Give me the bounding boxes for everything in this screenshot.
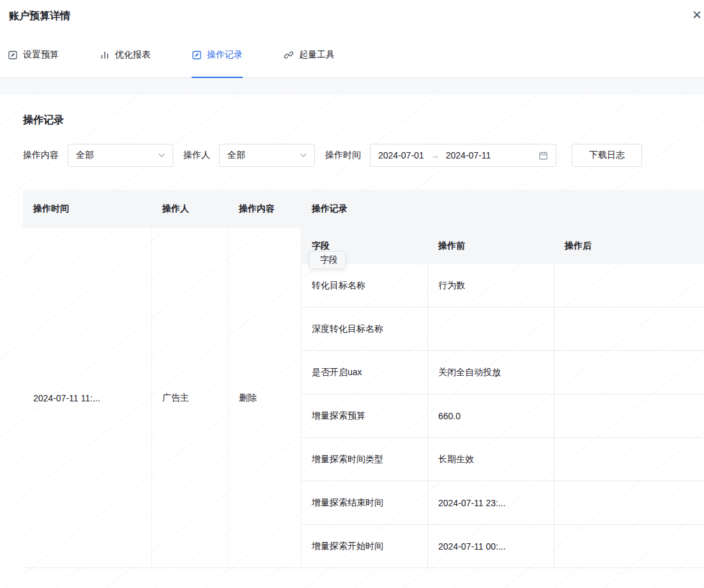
section-title: 操作记录 bbox=[0, 95, 704, 127]
before-cell: 660.0 bbox=[428, 394, 555, 438]
bar-chart-icon bbox=[100, 50, 110, 60]
tab-operation-log[interactable]: 操作记录 bbox=[192, 32, 243, 77]
cell-operation-time: 2024-07-11 11:... bbox=[23, 228, 152, 568]
end-date: 2024-07-11 bbox=[446, 150, 491, 160]
nested-col-before: 操作前 bbox=[428, 240, 555, 252]
field-cell: 增量探索预算 bbox=[302, 394, 428, 438]
operation-content-select[interactable]: 全部 bbox=[68, 144, 173, 167]
cell-operation-content: 删除 bbox=[229, 228, 302, 568]
modal-header: 账户预算详情 ✕ bbox=[0, 0, 704, 32]
start-date: 2024-07-01 bbox=[378, 150, 424, 160]
col-header-content: 操作内容 bbox=[229, 203, 302, 215]
after-cell bbox=[555, 438, 704, 481]
field-cell: 转化目标名称 bbox=[302, 264, 428, 307]
nested-row: 增量探索开始时间 2024-07-11 00:... bbox=[302, 525, 704, 568]
tab-label: 设置预算 bbox=[23, 49, 59, 61]
after-cell bbox=[555, 525, 704, 568]
tab-report[interactable]: 优化报表 bbox=[100, 32, 151, 77]
close-icon[interactable]: ✕ bbox=[687, 5, 704, 24]
arrow-right-icon: → bbox=[431, 150, 440, 160]
col-header-record: 操作记录 bbox=[302, 203, 704, 215]
selected-value: 全部 bbox=[76, 150, 94, 161]
page-title: 账户预算详情 bbox=[9, 10, 70, 23]
after-cell bbox=[555, 394, 704, 438]
nested-col-field: 字段 bbox=[302, 240, 428, 252]
before-cell: 长期生效 bbox=[428, 438, 555, 481]
before-cell: 行为数 bbox=[428, 264, 555, 307]
cell-operator: 广告主 bbox=[152, 228, 229, 568]
field-cell: 深度转化目标名称 bbox=[302, 307, 428, 351]
field-cell: 增量探索结束时间 bbox=[302, 481, 428, 525]
operation-log-icon bbox=[192, 50, 202, 60]
nested-row: 增量探索预算 660.0 bbox=[302, 394, 704, 438]
selected-value: 全部 bbox=[227, 150, 245, 161]
nested-header-row: 字段 操作前 操作后 字段 bbox=[302, 228, 704, 264]
table-row: 2024-07-11 11:... 广告主 删除 字段 操作前 操作后 字段 转… bbox=[23, 228, 704, 568]
operation-log-table: 操作时间 操作人 操作内容 操作记录 2024-07-11 11:... 广告主… bbox=[23, 190, 704, 568]
chevron-down-icon bbox=[158, 153, 165, 157]
tab-set-budget[interactable]: 设置预算 bbox=[8, 32, 59, 77]
field-cell: 增量探索时间类型 bbox=[302, 438, 428, 481]
after-cell bbox=[555, 307, 704, 351]
operation-content-label: 操作内容 bbox=[23, 150, 59, 161]
operation-time-range[interactable]: 2024-07-01 → 2024-07-11 bbox=[370, 144, 556, 167]
operation-time-label: 操作时间 bbox=[325, 150, 361, 161]
before-cell: 2024-07-11 00:... bbox=[428, 525, 555, 568]
nested-col-after: 操作后 bbox=[555, 240, 704, 252]
after-cell bbox=[555, 351, 704, 394]
nested-row: 是否开启uax 关闭全自动投放 bbox=[302, 351, 704, 394]
tab-label: 操作记录 bbox=[207, 49, 243, 61]
nested-row: 增量探索时间类型 长期生效 bbox=[302, 438, 704, 481]
account-budget-modal: 账户预算详情 ✕ 设置预算 优化报表 操作记录 起量工具 bbox=[0, 0, 704, 588]
field-cell: 增量探索开始时间 bbox=[302, 525, 428, 568]
tab-label: 优化报表 bbox=[115, 49, 151, 61]
before-cell: 2024-07-11 23:... bbox=[428, 481, 555, 525]
nested-record-table: 字段 操作前 操作后 字段 转化目标名称 行为数 深度转化目标名称 bbox=[302, 228, 704, 568]
edit-budget-icon bbox=[8, 50, 18, 60]
after-cell bbox=[555, 264, 704, 307]
table-header-row: 操作时间 操作人 操作内容 操作记录 bbox=[23, 190, 704, 228]
before-cell bbox=[428, 307, 555, 351]
field-cell: 是否开启uax bbox=[302, 351, 428, 394]
tab-label: 起量工具 bbox=[299, 49, 335, 61]
filter-bar: 操作内容 全部 操作人 全部 操作时间 2024-07-01 bbox=[23, 144, 681, 167]
content-gap bbox=[0, 78, 704, 95]
nested-row: 转化目标名称 行为数 bbox=[302, 264, 704, 307]
calendar-icon bbox=[539, 151, 548, 160]
field-tooltip: 字段 bbox=[309, 251, 346, 269]
chevron-down-icon bbox=[300, 153, 307, 157]
col-header-operator: 操作人 bbox=[152, 203, 229, 215]
tab-bar: 设置预算 优化报表 操作记录 起量工具 bbox=[0, 32, 704, 78]
download-log-button[interactable]: 下载日志 bbox=[572, 144, 642, 167]
nested-row: 增量探索结束时间 2024-07-11 23:... bbox=[302, 481, 704, 525]
operation-log-panel: 操作记录 操作内容 全部 操作人 全部 操作时间 bbox=[0, 95, 704, 588]
operator-select[interactable]: 全部 bbox=[219, 144, 315, 167]
tab-boost-tool[interactable]: 起量工具 bbox=[284, 32, 335, 77]
nested-row: 深度转化目标名称 bbox=[302, 307, 704, 351]
link-icon bbox=[284, 50, 294, 60]
col-header-time: 操作时间 bbox=[23, 203, 152, 215]
after-cell bbox=[555, 481, 704, 525]
operator-label: 操作人 bbox=[183, 150, 210, 161]
before-cell: 关闭全自动投放 bbox=[428, 351, 555, 394]
